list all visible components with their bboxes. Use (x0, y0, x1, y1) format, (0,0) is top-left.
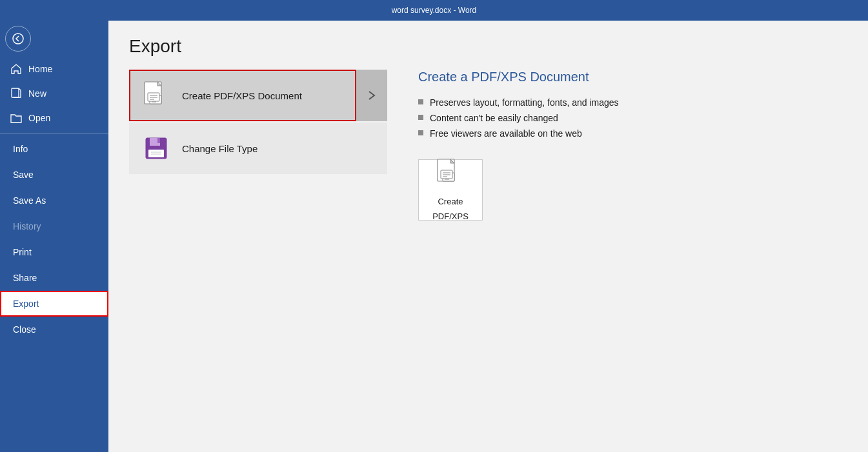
sidebar-item-open[interactable]: Open (0, 106, 108, 130)
filetype-option-label: Change File Type (182, 143, 257, 154)
detail-title: Create a PDF/XPS Document (418, 70, 837, 84)
bullet-item-2: Content can't be easily changed (418, 113, 837, 123)
new-icon (10, 88, 22, 99)
sidebar-item-export[interactable]: Export (0, 291, 108, 317)
filetype-option-icon (141, 133, 172, 164)
export-options-panel: Create PDF/XPS Document (129, 70, 387, 452)
home-icon (10, 63, 22, 75)
export-body: Create PDF/XPS Document (108, 70, 868, 452)
sidebar-home-label: Home (28, 64, 52, 74)
title-bar: word survey.docx - Word (0, 0, 868, 21)
svg-rect-14 (148, 150, 164, 157)
create-pdf-button-icon (436, 159, 465, 192)
pdf-option-label: Create PDF/XPS Document (182, 90, 302, 101)
sidebar-item-print[interactable]: Print (0, 239, 108, 265)
sidebar-item-history: History (0, 213, 108, 239)
bullet-item-1: Preserves layout, formatting, fonts, and… (418, 97, 837, 108)
detail-bullets: Preserves layout, formatting, fonts, and… (418, 97, 837, 139)
sidebar-item-saveas[interactable]: Save As (0, 188, 108, 213)
sidebar: Home New Open Info Save Save As (0, 21, 108, 452)
export-option-pdf[interactable]: Create PDF/XPS Document (129, 70, 356, 121)
export-option-filetype[interactable]: Change File Type (129, 123, 387, 174)
svg-point-0 (13, 34, 23, 44)
svg-rect-1 (12, 88, 19, 97)
create-pdf-button[interactable]: Create PDF/XPS (418, 159, 483, 221)
sidebar-item-new[interactable]: New (0, 81, 108, 106)
pdf-option-arrow[interactable] (356, 70, 387, 121)
sidebar-open-label: Open (28, 113, 50, 123)
title-bar-text: word survey.docx - Word (392, 6, 477, 15)
sidebar-item-home[interactable]: Home (0, 57, 108, 81)
sidebar-divider (0, 133, 108, 133)
folder-icon (10, 112, 22, 124)
svg-rect-13 (157, 138, 160, 143)
sidebar-item-close[interactable]: Close (0, 317, 108, 342)
bullet-item-3: Free viewers are available on the web (418, 128, 837, 139)
create-pdf-button-label1: Create (438, 197, 463, 206)
back-button[interactable] (5, 26, 31, 52)
bullet-square-3 (418, 130, 423, 135)
bullet-square-2 (418, 115, 423, 120)
main-content: Export (108, 21, 868, 452)
sidebar-item-share[interactable]: Share (0, 265, 108, 291)
sidebar-item-info[interactable]: Info (0, 136, 108, 162)
sidebar-item-save[interactable]: Save (0, 162, 108, 188)
sidebar-new-label: New (28, 88, 46, 99)
export-detail-panel: Create a PDF/XPS Document Preserves layo… (408, 70, 847, 452)
app-body: Home New Open Info Save Save As (0, 21, 868, 452)
bullet-square-1 (418, 99, 423, 104)
pdf-option-icon (141, 80, 172, 111)
page-title: Export (108, 21, 868, 70)
create-pdf-button-label2: PDF/XPS (432, 211, 469, 221)
